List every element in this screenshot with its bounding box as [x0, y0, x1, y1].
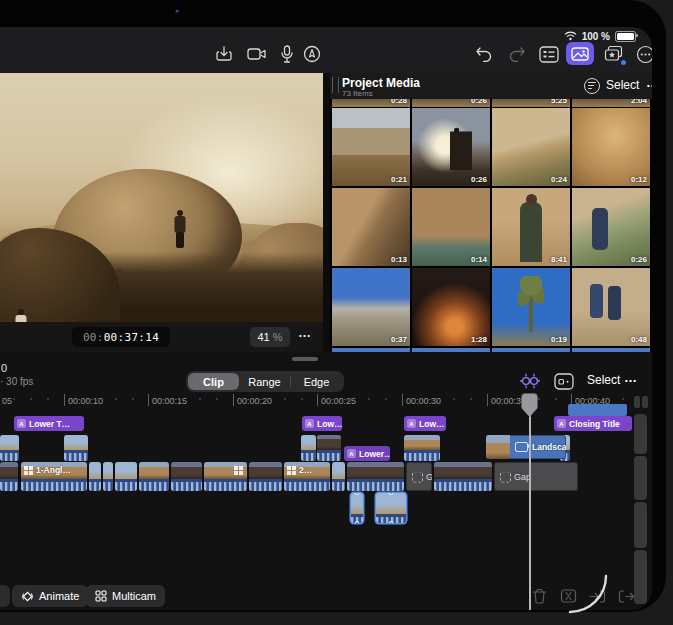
scrollbar-segment[interactable]	[634, 396, 640, 408]
title-clip[interactable]: ALower…	[344, 446, 390, 461]
media-thumbnail[interactable]: 0:26	[412, 108, 490, 186]
animate-button[interactable]: Animate	[12, 585, 88, 607]
storyline-clip[interactable]	[115, 462, 137, 491]
append-clip-button[interactable]	[616, 586, 636, 606]
more-options-button[interactable]	[634, 43, 652, 65]
scrollbar-segment[interactable]	[642, 396, 648, 408]
media-thumbnail[interactable]: 0:26	[572, 188, 650, 266]
title-clip[interactable]: AClosing Title	[554, 416, 632, 431]
undo-button[interactable]	[473, 43, 495, 65]
timeline-pane: 0 · 30 fps ClipRangeEdge Select … 0500	[0, 352, 652, 610]
viewer-more-button[interactable]: …	[298, 325, 312, 340]
zoom-level-button[interactable]: 41%	[250, 327, 290, 347]
storyline-clip[interactable]	[89, 462, 101, 491]
storyline-clip[interactable]	[139, 462, 169, 491]
record-audio-button[interactable]	[276, 43, 298, 65]
effects-browser-button[interactable]	[603, 43, 625, 65]
connected-clip[interactable]: Landscap…	[486, 435, 566, 459]
media-thumbnail[interactable]: 0:28	[332, 99, 410, 107]
title-clip[interactable]: ALow…	[404, 416, 446, 431]
multicam-button[interactable]: Multicam	[86, 585, 165, 607]
clip-duration: 0:14	[471, 255, 487, 264]
clip-waveform	[404, 450, 440, 461]
connected-clip[interactable]	[301, 435, 316, 461]
redo-button[interactable]	[506, 43, 528, 65]
media-select-button[interactable]: Select	[606, 78, 639, 92]
hidden-footer-button[interactable]	[0, 585, 10, 607]
timecode-display[interactable]: 00:00:37:14	[72, 327, 170, 347]
media-thumbnail[interactable]: 1:28	[412, 268, 490, 346]
mode-option-clip[interactable]: Clip	[188, 373, 239, 390]
selection-handle-bottom[interactable]	[389, 521, 394, 523]
media-thumbnail[interactable]: 0:14	[412, 188, 490, 266]
timecode-rest: 00:37:14	[104, 331, 159, 344]
storyline-clip[interactable]	[0, 462, 18, 491]
title-clip[interactable]: ALow…	[302, 416, 342, 431]
clip-thumbnail	[139, 462, 169, 479]
timeline-vertical-scrollbar[interactable]	[633, 396, 648, 608]
blade-clip-button[interactable]	[558, 586, 578, 606]
storyline-clip[interactable]	[171, 462, 202, 491]
delete-clip-button[interactable]	[529, 586, 549, 606]
media-thumbnail[interactable]: 0:24	[492, 108, 570, 186]
media-thumbnail[interactable]: 0:13	[332, 188, 410, 266]
scrollbar-segment[interactable]	[634, 456, 647, 500]
storyline-clip[interactable]	[249, 462, 282, 491]
record-video-button[interactable]	[246, 43, 268, 65]
media-thumbnail[interactable]: 5:25	[492, 99, 570, 107]
media-thumbnail[interactable]: 8:41	[492, 188, 570, 266]
storyline-clip[interactable]	[204, 462, 247, 491]
connected-clip[interactable]	[0, 435, 19, 461]
scrollbar-segment[interactable]	[634, 502, 647, 548]
title-clip[interactable]: ALower T…	[14, 416, 84, 431]
clip-duration: 0:37	[391, 335, 407, 344]
clip-appearance-button[interactable]	[553, 371, 575, 391]
scrollbar-segment[interactable]	[634, 414, 647, 454]
media-thumbnail[interactable]: 0:19	[492, 268, 570, 346]
preview-video[interactable]	[0, 73, 323, 322]
connected-clip[interactable]	[64, 435, 88, 461]
media-thumbnail[interactable]: 2:04	[572, 99, 650, 107]
storyline-clip[interactable]	[332, 462, 345, 491]
storyline-clip[interactable]: 1-Angl…	[21, 462, 87, 491]
storyline-clip[interactable]: 2…	[284, 462, 330, 491]
pencil-tools-button[interactable]	[301, 43, 323, 65]
mode-option-edge[interactable]: Edge	[291, 373, 342, 390]
inspector-toggle-button[interactable]	[538, 43, 560, 65]
media-more-button[interactable]: …	[646, 75, 652, 90]
selected-connected-clip[interactable]	[376, 493, 406, 523]
media-thumbnail[interactable]: 0:21	[332, 108, 410, 186]
media-thumbnail[interactable]: 0:26	[412, 99, 490, 107]
selection-handle-bottom[interactable]	[355, 521, 360, 523]
clip-duration: 0:48	[631, 335, 647, 344]
panel-grip-icon[interactable]	[332, 77, 339, 93]
storyline-clip[interactable]	[347, 462, 404, 491]
clip-waveform	[64, 450, 88, 461]
camera-icon	[247, 46, 267, 62]
timeline-select-button[interactable]: Select	[587, 373, 620, 387]
media-thumbnail[interactable]: 0:37	[332, 268, 410, 346]
storyline-clip[interactable]	[434, 462, 492, 491]
selected-connected-clip[interactable]	[351, 493, 363, 523]
ruler-minor-tick	[284, 398, 286, 400]
connected-clip-label: Landscap…	[532, 442, 566, 452]
jog-wheel-toggle-button[interactable]	[519, 371, 541, 391]
clip-duration: 1:28	[471, 335, 487, 344]
connected-clip[interactable]	[317, 435, 341, 461]
gap-clip[interactable]: G…	[406, 462, 432, 491]
timeline-more-button[interactable]: …	[624, 370, 638, 385]
import-button[interactable]	[213, 43, 235, 65]
clip-thumbnail	[0, 435, 19, 450]
connected-clip[interactable]	[404, 435, 440, 461]
mode-option-range[interactable]: Range	[239, 373, 290, 390]
connected-audio-clip[interactable]	[568, 404, 627, 416]
insert-clip-button[interactable]	[587, 586, 607, 606]
gap-clip[interactable]: Gap	[494, 462, 578, 491]
media-browser-toggle-button[interactable]	[566, 42, 594, 65]
media-thumbnail[interactable]: 0:48	[572, 268, 650, 346]
pane-resize-handle[interactable]	[292, 357, 318, 361]
media-thumbnail[interactable]: 0:12	[572, 108, 650, 186]
playhead-line	[529, 394, 531, 610]
filter-icon[interactable]	[584, 78, 600, 94]
storyline-clip[interactable]	[103, 462, 113, 491]
